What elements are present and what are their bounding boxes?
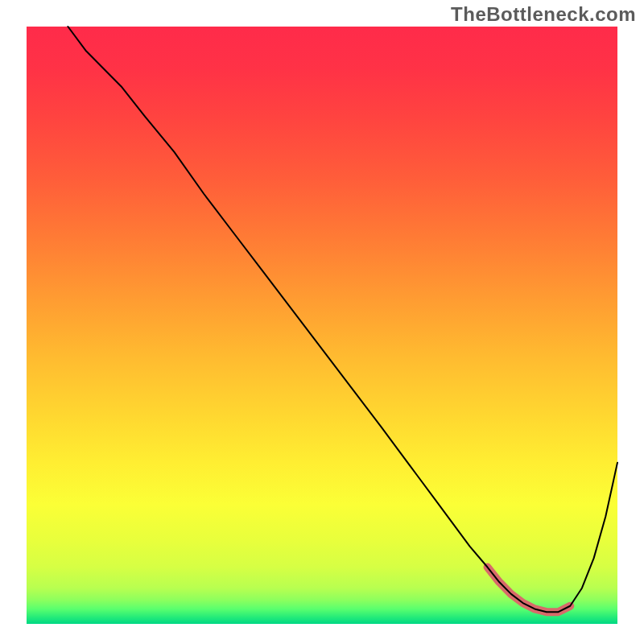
watermark-text: TheBottleneck.com xyxy=(451,3,636,26)
bottleneck-chart xyxy=(0,0,644,644)
chart-container: TheBottleneck.com xyxy=(0,0,644,644)
plot-background xyxy=(27,27,617,624)
